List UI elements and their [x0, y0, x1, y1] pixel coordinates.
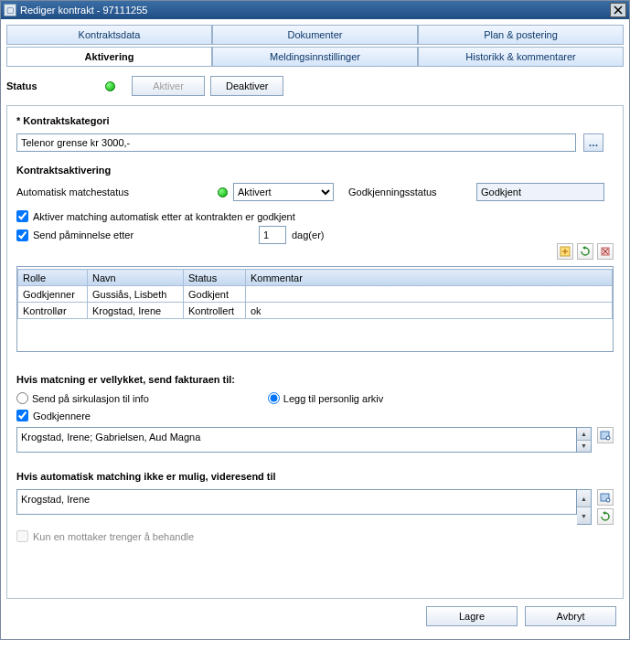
approval-table: Rolle Navn Status Kommentar Godkjenner G… — [16, 266, 614, 352]
nomatch-lookup-icon[interactable] — [597, 489, 614, 506]
close-button[interactable] — [610, 3, 626, 17]
table-refresh-icon[interactable] — [577, 243, 593, 260]
radio-sirkulasjon[interactable]: Send på sirkulasjon til info — [16, 392, 149, 404]
status-label: Status — [6, 80, 105, 91]
match-recipients-spinner[interactable]: ▲▼ — [577, 427, 592, 453]
table-delete-icon[interactable] — [597, 243, 614, 260]
table-row[interactable]: Kontrollør Krogstad, Irene Kontrollert o… — [18, 303, 613, 319]
if-match-heading: Hvis matcning er vellykket, send faktura… — [16, 374, 614, 385]
match-recipients-lookup-icon[interactable] — [597, 427, 614, 443]
spinner-down-icon[interactable]: ▼ — [577, 507, 591, 524]
single-recipient-label: Kun en mottaker trenger å behandle — [33, 531, 194, 542]
auto-matchstatus-label: Automatisk matchestatus — [16, 187, 129, 197]
spinner-down-icon[interactable]: ▼ — [577, 441, 591, 453]
spinner-up-icon[interactable]: ▲ — [577, 428, 591, 441]
cancel-button[interactable]: Avbryt — [525, 606, 616, 626]
auto-matchstatus-select[interactable]: Aktivert — [233, 183, 334, 201]
tab-historikk-kommentarer[interactable]: Historikk & kommentarer — [418, 47, 624, 67]
table-header-row: Rolle Navn Status Kommentar — [18, 270, 613, 286]
tab-plan-postering[interactable]: Plan & postering — [418, 25, 624, 45]
tabs-row-2: Aktivering Meldingsinnstillinger Histori… — [6, 47, 624, 67]
col-kommentar[interactable]: Kommentar — [246, 270, 613, 286]
svg-point-3 — [606, 436, 610, 440]
tabs-row-1: Kontraktsdata Dokumenter Plan & posterin… — [6, 25, 624, 45]
match-recipients-input[interactable]: Krogstad, Irene; Gabrielsen, Aud Magna — [16, 427, 577, 453]
send-reminder-checkbox[interactable] — [16, 229, 28, 241]
save-button[interactable]: Lagre — [426, 606, 518, 626]
kontraktskategori-label: * Kontraktskategori — [16, 115, 614, 126]
app-icon: ▢ — [4, 4, 16, 16]
aktiver-auto-checkbox[interactable] — [16, 210, 28, 222]
aktiver-button: Aktiver — [132, 76, 205, 96]
nomatch-refresh-icon[interactable] — [597, 508, 614, 525]
nomatch-recipients-input[interactable]: Krogstad, Irene — [16, 489, 577, 515]
window-title: Rediger kontrakt - 97111255 — [20, 5, 610, 16]
godkjennere-label: Godkjennere — [33, 411, 91, 421]
tab-aktivering[interactable]: Aktivering — [6, 47, 212, 67]
svg-point-5 — [606, 498, 610, 502]
aktiver-auto-label: Aktiver matching automatisk etter at kon… — [33, 211, 295, 222]
no-match-heading: Hvis automatisk matching ikke er mulig, … — [16, 471, 614, 482]
status-indicator-icon — [105, 81, 115, 91]
godkjennere-checkbox[interactable] — [16, 410, 28, 421]
reminder-days-input[interactable] — [259, 226, 286, 244]
kontraktskategori-browse-button[interactable]: … — [583, 133, 603, 152]
col-status[interactable]: Status — [184, 270, 246, 286]
titlebar: ▢ Rediger kontrakt - 97111255 — [1, 1, 629, 19]
godkjenningsstatus-label: Godkjenningsstatus — [348, 187, 476, 197]
tab-dokumenter[interactable]: Dokumenter — [212, 25, 418, 45]
col-rolle[interactable]: Rolle — [18, 270, 88, 286]
spinner-up-icon[interactable]: ▲ — [577, 490, 591, 507]
kontraktsaktivering-heading: Kontraktsaktivering — [16, 165, 614, 176]
send-reminder-label: Send påminnelse etter — [33, 229, 259, 240]
reminder-days-suffix: dag(er) — [292, 229, 324, 240]
tab-meldingsinnstillinger[interactable]: Meldingsinnstillinger — [212, 47, 418, 67]
godkjenningsstatus-field — [476, 183, 604, 201]
table-row[interactable]: Godkjenner Gussiås, Lisbeth Godkjent — [18, 286, 613, 303]
tab-kontraktsdata[interactable]: Kontraktsdata — [6, 25, 212, 45]
auto-status-indicator-icon — [218, 187, 228, 197]
radio-personlig-arkiv[interactable]: Legg til personlig arkiv — [268, 392, 383, 404]
table-add-icon[interactable] — [557, 243, 573, 260]
nomatch-recipients-spinner[interactable]: ▲▼ — [577, 489, 592, 525]
single-recipient-checkbox — [16, 530, 28, 542]
deaktiver-button[interactable]: Deaktiver — [210, 76, 283, 96]
col-navn[interactable]: Navn — [88, 270, 184, 286]
kontraktskategori-input[interactable] — [16, 133, 576, 152]
